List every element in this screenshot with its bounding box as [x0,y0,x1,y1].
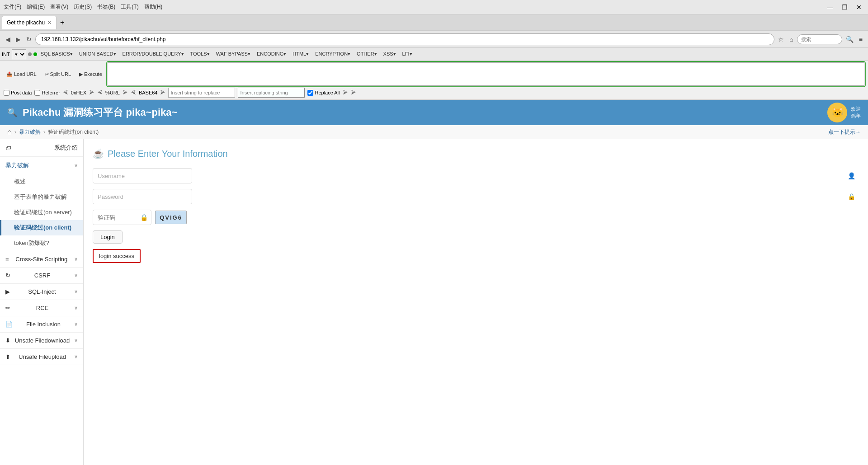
replace-all-label[interactable]: Replace All [307,90,340,96]
menu-button[interactable]: ≡ [857,35,864,44]
breadcrumb-current: 验证码绕过(on client) [48,128,99,136]
menu-edit[interactable]: 编辑(E) [27,3,45,11]
sidebar-item-token[interactable]: token防爆破? [0,235,83,251]
post-data-checkbox[interactable] [4,90,9,96]
menu-tools[interactable]: 工具(T) [121,3,138,11]
replace-all-text: Replace All [315,90,340,95]
new-tab-button[interactable]: + [57,17,68,28]
forward-button[interactable]: ▶ [14,34,23,45]
bookmark-button[interactable]: ☆ [776,35,786,44]
breadcrumb-parent[interactable]: 暴力破解 [19,128,41,136]
referrer-checkbox-label[interactable]: Referrer [34,90,60,96]
minimize-button[interactable]: — [825,2,835,13]
hex-label: 0xHEX [71,90,86,95]
login-button[interactable]: Login [93,230,123,244]
toolbar-other[interactable]: OTHER▾ [354,50,380,58]
menu-help[interactable]: 帮助(H) [144,3,163,11]
execute-button[interactable]: ▶ Execute [76,70,105,78]
insert-string-input[interactable] [168,88,235,98]
search-input[interactable] [797,34,842,44]
sidebar-unsafeupload-icon: ⬆ [5,353,10,360]
lock-icon: 🔒 [848,193,855,200]
toolbar-encoding[interactable]: ENCODING▾ [254,50,289,58]
search-button[interactable]: 🔍 [844,35,855,44]
sidebar-unsafeupload-header[interactable]: ⬆ Unsafe Fileupload ∨ [0,349,83,365]
toolbar-sql-basics[interactable]: SQL BASICS▾ [38,50,75,58]
home-icon[interactable]: ⌂ [7,128,12,136]
menu-bookmarks[interactable]: 书签(B) [97,3,115,11]
toolbar-union-based[interactable]: UNION BASED▾ [76,50,119,58]
sidebar-section-unsafedownload: ⬇ Unsafe Filedownload ∨ [0,333,83,349]
toolbar-lfi[interactable]: LFI▾ [400,50,415,58]
password-input[interactable] [93,189,192,204]
sidebar-fileinclusion-header[interactable]: 📄 File Inclusion ∨ [0,316,83,332]
sidebar-item-overview[interactable]: 概述 [0,174,83,189]
sidebar-unsafedownload-header[interactable]: ⬇ Unsafe Filedownload ∨ [0,333,83,348]
replace-all-checkbox[interactable] [307,90,313,96]
hackbar-textarea[interactable] [108,62,864,86]
toolbar-error-double[interactable]: ERROR/DOUBLE QUERY▾ [120,50,187,58]
insert-replacing-input[interactable] [238,88,305,98]
sidebar-xss-icon: ≡ [5,256,9,263]
split-url-button[interactable]: ✂ Split URL [42,70,74,78]
sidebar-item-captcha-server[interactable]: 验证码绕过(on server) [0,205,83,220]
toolbar-html[interactable]: HTML▾ [290,50,311,58]
sidebar-xss-header[interactable]: ≡ Cross-Site Scripting ∨ [0,251,83,267]
sidebar-section-xss: ≡ Cross-Site Scripting ∨ [0,251,83,268]
search-icon: 🔍 [7,108,17,117]
toolbar-xss[interactable]: XSS▾ [381,50,399,58]
sidebar-csrf-label: CSRF [34,272,50,279]
sidebar-unsafedownload-label: Unsafe Filedownload [15,337,70,344]
window-controls: — ❐ ✕ [825,2,864,13]
address-icons: ☆ ⌂ 🔍 [776,34,855,44]
arrow-right-1: ⮚ [89,89,94,96]
menu-history[interactable]: 历史(S) [74,3,92,11]
sidebar-sqlinject-header[interactable]: ▶ SQL-Inject ∨ [0,284,83,300]
int-dropdown[interactable]: ▾ [12,49,26,59]
referrer-checkbox[interactable] [34,90,40,96]
fileinclusion-chevron-icon: ∨ [74,321,78,327]
address-bar: ◀ ▶ ↻ ☆ ⌂ 🔍 ≡ [0,31,868,48]
sidebar-item-captcha-client[interactable]: 验证码绕过(on client) [0,220,83,235]
sidebar-section-bruteforce: 暴力破解 ∨ 概述 基于表单的暴力破解 验证码绕过(on server) 验证码… [0,157,83,251]
arrow-right-4: ⮚ [343,89,348,96]
menu-file[interactable]: 文件(F) [4,3,21,11]
sqlinject-chevron-icon: ∨ [74,289,78,295]
toolbar-encryption[interactable]: ENCRYPTION▾ [312,50,353,58]
sidebar-sqlinject-label: SQL-Inject [28,288,56,295]
main-header: 🔍 Pikachu 漏洞练习平台 pika~pika~ 🐱 欢迎 鸡年 [0,100,868,125]
close-button[interactable]: ✕ [854,2,864,13]
post-data-checkbox-label[interactable]: Post data [4,90,32,96]
load-url-button[interactable]: 📤 Load URL [4,70,39,78]
arrow-left-3: ⮘ [131,89,136,96]
arrow-right-2: ⮚ [123,89,128,96]
toolbar-waf-bypass[interactable]: WAF BYPASS▾ [213,50,253,58]
username-input[interactable] [93,168,192,183]
password-group: 🔒 [93,189,859,204]
sidebar-rce-header[interactable]: ✏ RCE ∨ [0,300,83,316]
upload-icon: 📤 [6,71,13,77]
referrer-label: Referrer [42,90,60,95]
active-tab[interactable]: Get the pikachu ✕ [2,16,57,29]
arrow-left-1: ⮘ [63,89,68,96]
breadcrumb-bar: ⌂ › 暴力破解 › 验证码绕过(on client) 点一下提示→ [0,125,868,139]
maximize-button[interactable]: ❐ [839,2,850,13]
main-content: ☕ Please Enter Your Information 👤 🔒 🔒 QV… [84,139,868,465]
captcha-image[interactable]: QVIG6 [155,211,187,224]
rce-chevron-icon: ∨ [74,305,78,311]
tab-close-button[interactable]: ✕ [47,20,52,26]
reload-button[interactable]: ↻ [24,34,33,45]
sidebar-section-fileinclusion: 📄 File Inclusion ∨ [0,316,83,333]
captcha-lock-icon: 🔒 [140,214,148,221]
menu-view[interactable]: 查看(V) [50,3,68,11]
sidebar-bruteforce-header[interactable]: 暴力破解 ∨ [0,157,83,174]
sidebar-intro-item[interactable]: 🏷 系统介绍 [0,139,83,156]
back-button[interactable]: ◀ [4,34,12,45]
toolbar-tools[interactable]: TOOLS▾ [188,50,212,58]
dot-gray-icon [28,52,32,56]
address-input[interactable] [35,33,774,45]
sidebar-csrf-header[interactable]: ↻ CSRF ∨ [0,268,83,283]
hint-link[interactable]: 点一下提示→ [828,128,861,136]
sidebar-item-form-brute[interactable]: 基于表单的暴力破解 [0,189,83,205]
home-button[interactable]: ⌂ [788,35,795,44]
